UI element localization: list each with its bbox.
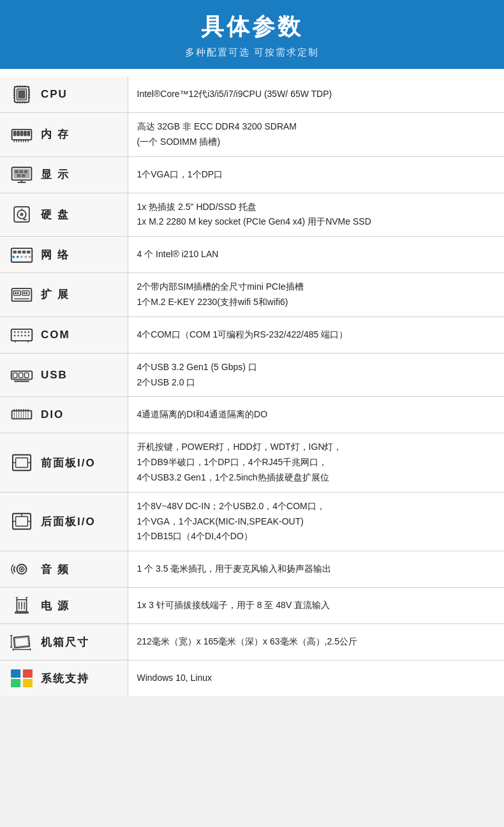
svg-point-66 (17, 331, 19, 333)
row-value: Windows 10, Linux (128, 660, 504, 697)
rear-io-icon (8, 510, 36, 533)
table-row: 系统支持 Windows 10, Linux (0, 660, 504, 697)
table-row: 显 示 1个VGA口，1个DP口 (0, 156, 504, 193)
row-label: 电 源 (41, 599, 70, 613)
svg-rect-46 (11, 248, 33, 262)
svg-rect-61 (24, 292, 26, 294)
svg-rect-18 (18, 90, 25, 98)
row-label: 网 络 (41, 248, 70, 262)
svg-rect-45 (24, 219, 27, 221)
svg-rect-99 (16, 458, 28, 468)
audio-icon (8, 558, 36, 581)
svg-rect-22 (20, 131, 23, 135)
table-row: 网 络 4 个 Intel® i210 LAN (0, 237, 504, 273)
row-label: 内 存 (41, 127, 70, 142)
row-value: 4个USB 3.2 Gen1 (5 Gbps) 口2个USB 2.0 口 (128, 353, 504, 397)
svg-rect-127 (23, 679, 33, 687)
svg-rect-78 (13, 373, 17, 377)
front-io-icon (8, 451, 36, 474)
row-label: 系统支持 (41, 671, 89, 686)
row-value: 4个COM口（COM 1可编程为RS-232/422/485 端口） (128, 317, 504, 353)
svg-rect-80 (25, 373, 29, 377)
row-label: USB (41, 369, 68, 382)
dio-icon (8, 403, 36, 426)
svg-rect-124 (11, 669, 20, 678)
svg-rect-20 (13, 131, 16, 135)
os-icon (8, 667, 36, 690)
svg-rect-38 (24, 170, 27, 173)
svg-rect-103 (16, 517, 28, 526)
svg-rect-115 (15, 611, 29, 613)
svg-point-55 (29, 256, 31, 258)
row-label: COM (41, 329, 70, 341)
row-value: 1个VGA口，1个DP口 (128, 156, 504, 193)
svg-point-53 (20, 256, 23, 258)
row-value: 高达 32GB 非 ECC DDR4 3200 SDRAM(一个 SODIMM … (128, 113, 504, 157)
display-icon (8, 163, 36, 186)
svg-rect-125 (23, 669, 33, 678)
svg-rect-50 (27, 251, 30, 254)
header: 具体参数 多种配置可选 可按需求定制 (0, 0, 504, 69)
svg-rect-24 (27, 131, 30, 135)
svg-point-71 (17, 334, 19, 336)
table-row: USB 4个USB 3.2 Gen1 (5 Gbps) 口2个USB 2.0 口 (0, 353, 504, 397)
row-value: 4 个 Intel® i210 LAN (128, 237, 504, 273)
row-value: 212毫米（宽）x 165毫米（深）x 63毫米（高）,2.5公斤 (128, 624, 504, 660)
svg-rect-59 (15, 292, 17, 294)
row-value: 1x 热插拔 2.5" HDD/SSD 托盘1x M.2 2280 M key … (128, 193, 504, 237)
row-label: 显 示 (41, 167, 70, 182)
svg-point-43 (20, 213, 23, 216)
svg-rect-23 (24, 131, 27, 135)
row-value: 4通道隔离的DI和4通道隔离的DO (128, 397, 504, 433)
svg-rect-37 (19, 170, 22, 173)
svg-point-70 (14, 334, 16, 336)
page-title: 具体参数 (13, 11, 491, 43)
table-row: 硬 盘 1x 热插拔 2.5" HDD/SSD 托盘1x M.2 2280 M … (0, 193, 504, 237)
svg-point-73 (24, 334, 26, 336)
svg-point-68 (24, 331, 26, 333)
page-subtitle: 多种配置可选 可按需求定制 (13, 47, 491, 59)
svg-point-51 (13, 256, 15, 258)
svg-rect-39 (17, 174, 20, 177)
cpu-icon (8, 83, 36, 106)
svg-point-54 (25, 256, 27, 258)
row-label: 音 频 (41, 562, 70, 577)
table-row: DIO 4通道隔离的DI和4通道隔离的DO (0, 397, 504, 433)
svg-point-52 (17, 256, 19, 258)
row-label: 前面板I/O (41, 456, 96, 470)
spec-table: CPU Intel®Core™12代i3/i5/i7/i9CPU (35W/ 6… (0, 77, 504, 696)
hdd-icon (8, 203, 36, 226)
row-value: 2个带内部SIM插槽的全尺寸mini PCIe插槽1个M.2 E-KEY 223… (128, 273, 504, 317)
table-row: 电 源 1x 3 针可插拔接线端子，用于 8 至 48V 直流输入 (0, 588, 504, 624)
svg-point-109 (20, 568, 23, 570)
svg-rect-48 (18, 251, 21, 254)
row-label: 扩 展 (41, 287, 70, 302)
table-row: 扩 展 2个带内部SIM插槽的全尺寸mini PCIe插槽1个M.2 E-KEY… (0, 273, 504, 317)
row-value: 1 个 3.5 毫米插孔，用于麦克风输入和扬声器输出 (128, 551, 504, 588)
memory-icon (8, 123, 36, 146)
table-row: 内 存 高达 32GB 非 ECC DDR4 3200 SDRAM(一个 SOD… (0, 113, 504, 157)
svg-rect-40 (22, 174, 25, 177)
svg-point-72 (21, 334, 23, 336)
row-label: 机箱尺寸 (41, 635, 89, 650)
dimensions-icon (8, 630, 36, 653)
row-value: 开机按键，POWER灯，HDD灯，WDT灯，IGN灯，1个DB9半破口，1个DP… (128, 433, 504, 492)
svg-rect-82 (12, 411, 32, 419)
row-value: 1个8V~48V DC-IN；2个USB2.0，4个COM口，1个VGA，1个J… (128, 492, 504, 551)
svg-point-65 (14, 331, 16, 333)
row-value: 1x 3 针可插拔接线端子，用于 8 至 48V 直流输入 (128, 588, 504, 624)
power-icon (8, 594, 36, 617)
svg-point-69 (28, 331, 30, 333)
table-row: 后面板I/O 1个8V~48V DC-IN；2个USB2.0，4个COM口，1个… (0, 492, 504, 551)
row-label: 硬 盘 (41, 207, 70, 222)
svg-rect-62 (26, 292, 27, 294)
network-icon (8, 243, 36, 266)
table-row: 前面板I/O 开机按键，POWER灯，HDD灯，WDT灯，IGN灯，1个DB9半… (0, 433, 504, 492)
table-row: COM 4个COM口（COM 1可编程为RS-232/422/485 端口） (0, 317, 504, 353)
svg-rect-117 (15, 637, 29, 646)
table-row: 音 频 1 个 3.5 毫米插孔，用于麦克风输入和扬声器输出 (0, 551, 504, 588)
svg-rect-21 (17, 131, 20, 135)
usb-icon (8, 364, 36, 387)
row-label: DIO (41, 408, 64, 421)
svg-rect-126 (11, 679, 20, 687)
